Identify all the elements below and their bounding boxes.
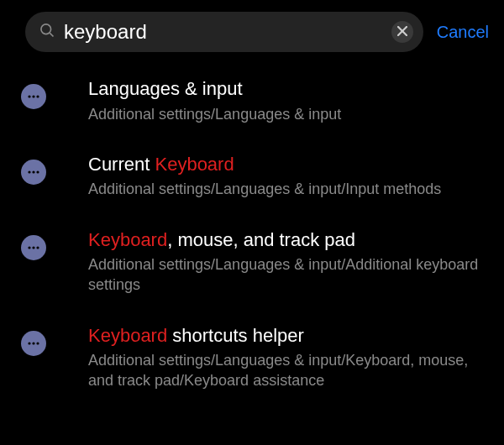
result-path: Additional settings/Languages & input/Ad… xyxy=(88,254,487,296)
svg-point-0 xyxy=(41,24,51,34)
search-icon xyxy=(39,22,55,42)
svg-point-8 xyxy=(32,170,34,173)
more-icon xyxy=(21,84,46,109)
clear-search-button[interactable] xyxy=(391,21,413,43)
result-text: Languages & input Additional settings/La… xyxy=(88,77,487,124)
svg-point-13 xyxy=(28,342,30,344)
svg-line-1 xyxy=(50,33,53,36)
svg-point-10 xyxy=(28,246,30,249)
search-result-item[interactable]: Languages & input Additional settings/La… xyxy=(21,77,487,124)
search-result-item[interactable]: Current Keyboard Additional settings/Lan… xyxy=(21,153,487,200)
svg-point-15 xyxy=(36,342,39,344)
result-title: Languages & input xyxy=(88,77,487,101)
result-text: Current Keyboard Additional settings/Lan… xyxy=(88,153,487,200)
search-input[interactable] xyxy=(55,20,391,44)
result-title: Current Keyboard xyxy=(88,153,487,176)
result-path: Additional settings/Languages & input xyxy=(88,104,487,124)
result-title: Keyboard shortcuts helper xyxy=(88,324,487,348)
result-path: Additional settings/Languages & input/Ke… xyxy=(88,350,487,391)
close-icon xyxy=(397,24,407,39)
result-path: Additional settings/Languages & input/In… xyxy=(88,179,487,199)
result-text: Keyboard, mouse, and track pad Additiona… xyxy=(88,228,487,296)
more-icon xyxy=(21,235,46,260)
svg-point-4 xyxy=(28,95,30,97)
result-title: Keyboard, mouse, and track pad xyxy=(88,228,487,252)
svg-point-7 xyxy=(28,170,30,173)
more-icon xyxy=(21,331,46,356)
result-text: Keyboard shortcuts helper Additional set… xyxy=(88,324,487,391)
search-result-item[interactable]: Keyboard, mouse, and track pad Additiona… xyxy=(21,228,487,296)
svg-point-5 xyxy=(32,95,34,97)
search-result-item[interactable]: Keyboard shortcuts helper Additional set… xyxy=(21,324,487,391)
cancel-button[interactable]: Cancel xyxy=(437,19,489,45)
search-bar-row: Cancel xyxy=(0,0,504,52)
svg-point-6 xyxy=(36,95,39,97)
svg-point-9 xyxy=(36,170,39,173)
search-results-list: Languages & input Additional settings/La… xyxy=(0,52,504,391)
svg-point-12 xyxy=(36,246,39,249)
search-box[interactable] xyxy=(25,12,423,52)
more-icon xyxy=(21,160,46,185)
svg-point-11 xyxy=(32,246,34,249)
svg-point-14 xyxy=(32,342,34,344)
